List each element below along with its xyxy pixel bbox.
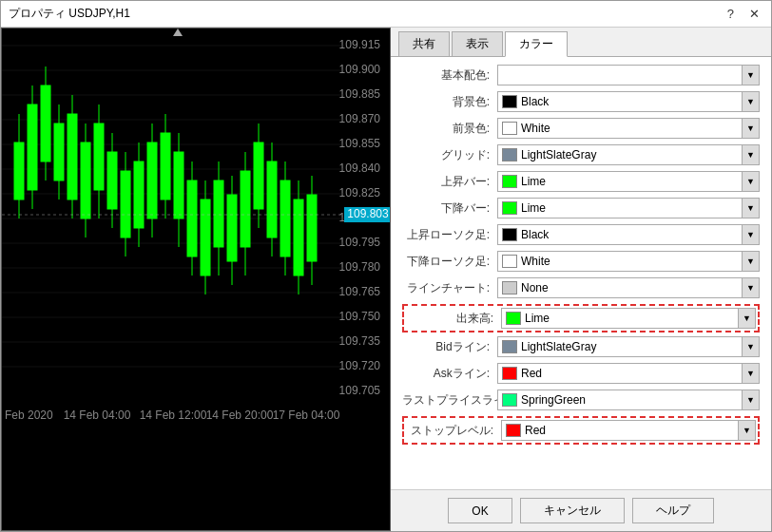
title-bar: プロパティ USDJPY,H1 ? ✕ [1,1,771,28]
svg-text:14 Feb 20:00: 14 Feb 20:00 [206,408,274,422]
chevron-down-icon: ▼ [742,337,759,356]
label-fg: 前景色: [402,121,497,137]
svg-text:14 Feb 12:00: 14 Feb 12:00 [140,408,207,422]
footer: OK キャンセル ヘルプ [391,489,771,531]
control-fg: White ▼ [497,118,760,139]
close-button[interactable]: ✕ [745,7,763,21]
color-label-grid: LightSlateGray [521,148,742,162]
chevron-down-icon: ▼ [742,119,759,138]
swatch-ask [502,367,517,380]
svg-rect-31 [14,142,24,200]
control-up-bar: Lime ▼ [497,171,760,192]
help-button[interactable]: ? [724,7,738,21]
svg-rect-57 [187,180,197,256]
swatch-fg [502,122,517,135]
control-ask: Red ▼ [497,363,760,384]
tab-color[interactable]: カラー [505,31,568,57]
color-label-up-candle: Black [521,228,742,241]
svg-text:109.803: 109.803 [347,207,389,220]
svg-rect-61 [214,180,223,247]
svg-rect-73 [294,200,303,276]
label-lastprice: ラストプライスライン: [402,392,497,408]
dropdown-line[interactable]: None ▼ [497,277,760,298]
svg-rect-37 [54,124,64,180]
ok-button[interactable]: OK [448,498,511,523]
svg-rect-53 [161,133,170,200]
dropdown-fg[interactable]: White ▼ [497,118,760,139]
label-ask: Askライン: [402,366,497,382]
svg-text:109.735: 109.735 [339,334,381,348]
tab-display[interactable]: 表示 [452,31,503,56]
svg-text:109.750: 109.750 [339,310,381,323]
dropdown-volume[interactable]: Lime ▼ [501,308,756,329]
chevron-down-icon: ▼ [742,199,759,218]
swatch-down-bar [502,201,517,215]
color-label-down-bar: Lime [521,201,742,215]
svg-rect-43 [94,124,104,190]
label-line: ラインチャート: [402,280,497,296]
color-label-up-bar: Lime [521,175,742,188]
chevron-down-icon: ▼ [742,66,759,85]
svg-rect-59 [201,200,210,276]
svg-text:109.825: 109.825 [339,186,381,200]
setting-row-base: 基本配色: ▼ [402,65,760,86]
svg-rect-63 [227,195,237,261]
dropdown-down-bar[interactable]: Lime ▼ [497,198,760,218]
color-label-volume: Lime [525,312,738,325]
swatch-up-bar [502,175,517,188]
svg-rect-33 [28,104,37,190]
dropdown-down-candle[interactable]: White ▼ [497,251,760,272]
svg-rect-69 [267,162,277,238]
control-bg: Black ▼ [497,91,760,112]
chart-svg: 109.915 109.900 109.885 109.870 109.855 … [2,28,391,494]
color-label-bg: Black [521,95,742,108]
svg-rect-47 [121,171,130,238]
color-label-stop: Red [525,424,738,437]
settings-panel: 基本配色: ▼ 背景色: Black [391,57,771,489]
svg-rect-0 [2,28,391,494]
swatch-bg [502,95,517,108]
setting-row-ask: Askライン: Red ▼ [402,363,760,384]
setting-row-up-bar: 上昇バー: Lime ▼ [402,171,760,192]
control-lastprice: SpringGreen ▼ [497,390,760,410]
color-label-down-candle: White [521,255,742,268]
svg-text:109.870: 109.870 [339,112,381,125]
cancel-button[interactable]: キャンセル [520,498,625,523]
control-base: ▼ [497,65,760,86]
chevron-down-icon: ▼ [742,278,759,297]
svg-text:109.915: 109.915 [339,38,381,51]
dropdown-stop[interactable]: Red ▼ [501,420,756,441]
svg-text:109.900: 109.900 [339,63,381,76]
svg-rect-75 [307,195,317,261]
dropdown-ask[interactable]: Red ▼ [497,363,760,384]
dropdown-bid[interactable]: LightSlateGray ▼ [497,336,760,357]
help-dialog-button[interactable]: ヘルプ [632,498,714,523]
label-volume: 出来高: [406,311,501,327]
control-up-candle: Black ▼ [497,224,760,245]
dropdown-base[interactable]: ▼ [497,65,760,86]
setting-row-grid: グリッド: LightSlateGray ▼ [402,144,760,165]
svg-rect-71 [280,180,290,256]
highlighted-stop-box: ストップレベル: Red ▼ [402,416,760,445]
tab-share[interactable]: 共有 [398,31,450,56]
setting-row-bid: Bidライン: LightSlateGray ▼ [402,336,760,357]
dropdown-lastprice[interactable]: SpringGreen ▼ [497,390,760,410]
swatch-volume [506,312,521,325]
setting-row-down-bar: 下降バー: Lime ▼ [402,198,760,218]
svg-rect-51 [147,142,157,218]
svg-text:109.765: 109.765 [339,285,381,298]
svg-text:109.780: 109.780 [339,260,381,274]
label-stop: ストップレベル: [406,423,501,439]
color-label-ask: Red [521,367,742,380]
swatch-bid [502,340,517,353]
setting-row-line: ラインチャート: None ▼ [402,277,760,298]
chevron-down-icon: ▼ [742,364,759,383]
dropdown-grid[interactable]: LightSlateGray ▼ [497,144,760,165]
dropdown-bg[interactable]: Black ▼ [497,91,760,112]
main-window: プロパティ USDJPY,H1 ? ✕ 109.915 109.900 109.… [0,0,772,532]
svg-rect-39 [68,114,77,200]
svg-text:109.795: 109.795 [339,236,381,249]
svg-rect-45 [107,152,117,209]
dropdown-up-candle[interactable]: Black ▼ [497,224,760,245]
dropdown-up-bar[interactable]: Lime ▼ [497,171,760,192]
